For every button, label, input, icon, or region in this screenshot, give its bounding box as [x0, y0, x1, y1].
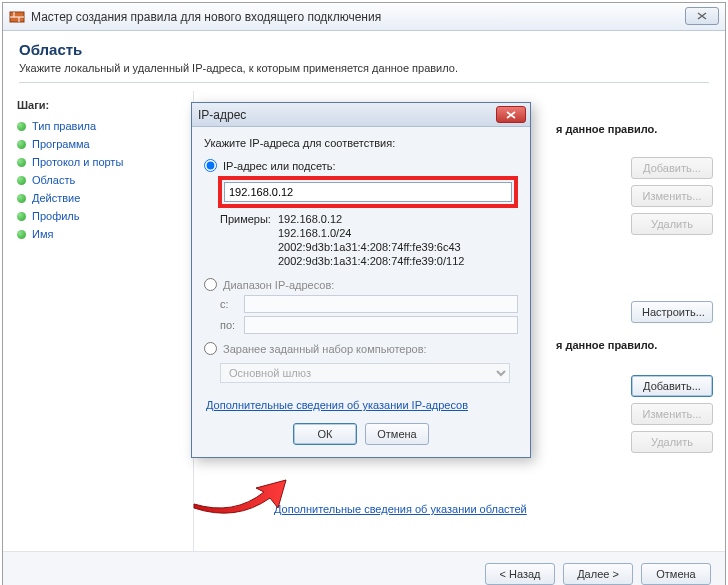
example-ip: 2002:9d3b:1a31:4:208:74ff:fe39:6c43 [278, 240, 464, 254]
bullet-icon [17, 140, 26, 149]
delete-local-button[interactable]: Удалить [631, 213, 713, 235]
ip-address-dialog: IP-адрес Укажите IP-адреса для соответст… [191, 102, 531, 458]
dialog-title: IP-адрес [198, 108, 246, 122]
dialog-cancel-button[interactable]: Отмена [365, 423, 429, 445]
range-inputs: с: по: [220, 295, 518, 334]
rule-text-fragment-1: я данное правило. [556, 123, 657, 135]
steps-heading: Шаги: [17, 99, 183, 111]
remote-address-buttons: Добавить... Изменить... Удалить [631, 375, 713, 453]
example-ip: 192.168.1.0/24 [278, 226, 464, 240]
bullet-icon [17, 194, 26, 203]
link-areas-help[interactable]: Дополнительные сведения об указании обла… [274, 503, 527, 515]
steps-sidebar: Шаги: Тип правила Программа Протокол и п… [3, 91, 193, 551]
radio-ip-subnet[interactable]: IP-адрес или подсеть: [204, 159, 518, 172]
example-ip: 192.168.0.12 [278, 212, 464, 226]
examples-label: Примеры: [220, 212, 271, 226]
radio-ip-range[interactable]: Диапазон IP-адресов: [204, 278, 518, 291]
dialog-titlebar: IP-адрес [192, 103, 530, 127]
radio-ip-range-input[interactable] [204, 278, 217, 291]
delete-remote-button[interactable]: Удалить [631, 431, 713, 453]
edit-remote-button[interactable]: Изменить... [631, 403, 713, 425]
bullet-icon [17, 176, 26, 185]
step-program[interactable]: Программа [17, 135, 183, 153]
step-scope[interactable]: Область [17, 171, 183, 189]
range-from-input[interactable] [244, 295, 518, 313]
cancel-button[interactable]: Отмена [641, 563, 711, 585]
radio-preset-input[interactable] [204, 342, 217, 355]
add-remote-button[interactable]: Добавить... [631, 375, 713, 397]
dialog-buttons: ОК Отмена [204, 423, 518, 445]
step-name[interactable]: Имя [17, 225, 183, 243]
dialog-body: Укажите IP-адреса для соответствия: IP-а… [192, 127, 530, 457]
header: Область Укажите локальный и удаленный IP… [3, 31, 725, 91]
next-button[interactable]: Далее > [563, 563, 633, 585]
dialog-instruction: Укажите IP-адреса для соответствия: [204, 137, 518, 149]
titlebar: Мастер создания правила для нового входя… [3, 3, 725, 31]
step-action[interactable]: Действие [17, 189, 183, 207]
step-rule-type[interactable]: Тип правила [17, 117, 183, 135]
radio-preset[interactable]: Заранее заданный набор компьютеров: [204, 342, 518, 355]
window-title: Мастер создания правила для нового входя… [31, 10, 381, 24]
example-ip: 2002:9d3b:1a31:4:208:74ff:fe39:0/112 [278, 254, 464, 268]
rule-text-fragment-2: я данное правило. [556, 339, 657, 351]
wizard-footer: < Назад Далее > Отмена [3, 551, 725, 585]
window-close-button[interactable] [685, 7, 719, 25]
dialog-close-button[interactable] [496, 106, 526, 123]
local-address-buttons: Добавить... Изменить... Удалить [631, 157, 713, 235]
bullet-icon [17, 212, 26, 221]
separator [19, 82, 709, 83]
add-local-button[interactable]: Добавить... [631, 157, 713, 179]
ok-button[interactable]: ОК [293, 423, 357, 445]
preset-select[interactable]: Основной шлюз [220, 363, 510, 383]
range-to-label: по: [220, 319, 244, 331]
edit-local-button[interactable]: Изменить... [631, 185, 713, 207]
examples-block: Примеры: 192.168.0.12 192.168.1.0/24 200… [220, 212, 518, 268]
bullet-icon [17, 230, 26, 239]
page-subtitle: Укажите локальный и удаленный IP-адреса,… [19, 62, 709, 74]
ip-input-highlight [218, 176, 518, 208]
ip-address-input[interactable] [224, 182, 512, 202]
firewall-icon [9, 9, 25, 25]
radio-ip-subnet-input[interactable] [204, 159, 217, 172]
link-ip-help[interactable]: Дополнительные сведения об указании IP-а… [206, 399, 468, 411]
step-protocol[interactable]: Протокол и порты [17, 153, 183, 171]
page-title: Область [19, 41, 709, 58]
step-profile[interactable]: Профиль [17, 207, 183, 225]
bullet-icon [17, 122, 26, 131]
configure-button[interactable]: Настроить... [631, 301, 713, 323]
range-to-input[interactable] [244, 316, 518, 334]
bullet-icon [17, 158, 26, 167]
range-from-label: с: [220, 298, 244, 310]
back-button[interactable]: < Назад [485, 563, 555, 585]
